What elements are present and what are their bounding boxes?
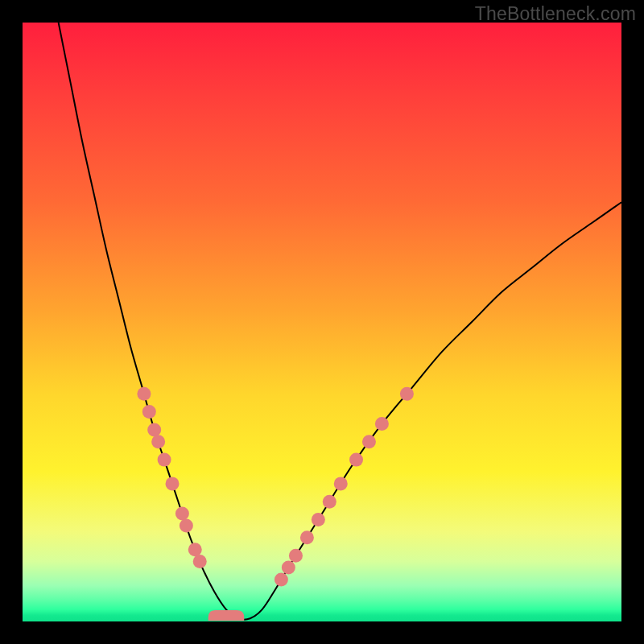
data-dot — [282, 561, 295, 575]
data-dot — [400, 387, 414, 401]
data-dot — [349, 453, 363, 467]
plot-area — [23, 23, 621, 621]
dots-right-branch — [275, 387, 414, 587]
data-dot — [147, 423, 161, 436]
data-dot — [275, 572, 288, 586]
watermark-text: TheBottleneck.com — [475, 3, 636, 25]
data-dot — [142, 405, 156, 419]
data-dot — [312, 513, 325, 526]
data-dot — [166, 477, 180, 490]
data-dot — [175, 507, 189, 521]
data-dot — [362, 435, 376, 448]
chart-stage: TheBottleneck.com — [0, 0, 644, 644]
data-dot — [151, 435, 165, 448]
data-dot — [158, 453, 171, 467]
data-dot — [137, 387, 151, 401]
data-dot — [289, 549, 303, 563]
data-dot — [334, 477, 348, 490]
data-dot — [323, 495, 336, 509]
data-dot — [193, 555, 207, 568]
bottleneck-curve — [59, 23, 621, 620]
dots-left-branch — [137, 387, 206, 568]
data-dot — [300, 530, 314, 544]
data-dot — [180, 518, 193, 532]
data-dot — [188, 543, 202, 556]
curve-svg — [23, 23, 621, 621]
valley-blob — [208, 610, 245, 621]
data-dot — [375, 417, 389, 431]
